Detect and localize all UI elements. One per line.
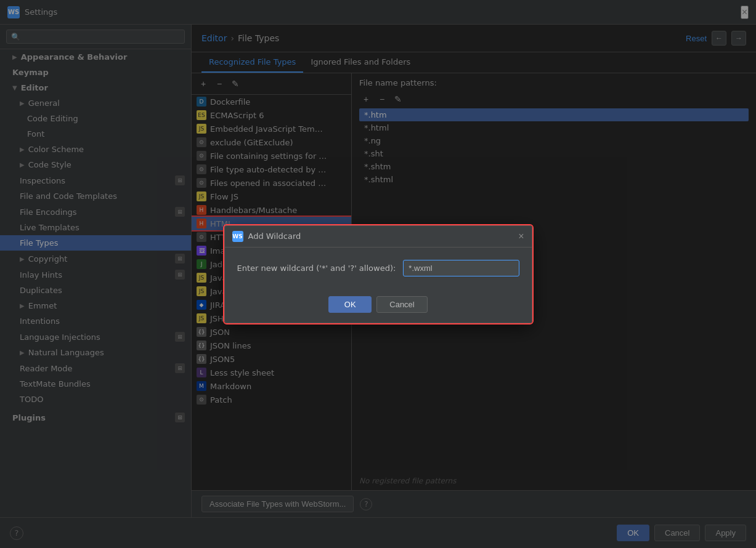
modal-input-row: Enter new wildcard ('*' and '?' allowed)… [237,260,519,276]
modal-title: Add Wildcard [248,232,301,241]
modal-cancel-button[interactable]: Cancel [376,296,427,313]
wildcard-input[interactable] [403,260,519,276]
modal-input-label: Enter new wildcard ('*' and '?' allowed)… [237,264,396,273]
modal-overlay: WS Add Wildcard × Enter new wildcard ('*… [0,0,756,548]
modal-body: Enter new wildcard ('*' and '?' allowed)… [225,248,532,296]
add-wildcard-dialog: WS Add Wildcard × Enter new wildcard ('*… [224,225,532,323]
modal-ok-button[interactable]: OK [328,296,372,313]
modal-footer: OK Cancel [225,296,532,323]
modal-close-button[interactable]: × [518,231,524,242]
modal-header: WS Add Wildcard × [225,226,532,248]
modal-app-icon: WS [232,231,243,242]
